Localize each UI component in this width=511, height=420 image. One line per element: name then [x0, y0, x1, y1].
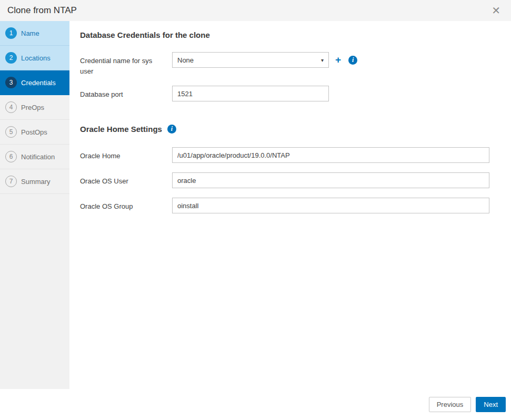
step-number-badge: 3 — [5, 77, 17, 88]
oracle-home-row: Oracle Home — [80, 147, 500, 163]
database-port-input[interactable] — [172, 86, 329, 101]
sidebar-item-credentials[interactable]: 3 Credentials — [0, 70, 69, 95]
dialog-body: 1 Name 2 Locations 3 Credentials 4 PreOp… — [0, 21, 511, 389]
add-credential-icon[interactable]: + — [335, 54, 341, 66]
sidebar-item-notification[interactable]: 6 Notification — [0, 145, 69, 169]
oracle-os-user-input[interactable] — [172, 172, 489, 188]
step-label: Notification — [21, 153, 55, 161]
step-number-badge: 4 — [5, 101, 17, 113]
oracle-home-section-title: Oracle Home Settings i — [80, 125, 500, 134]
oracle-os-user-row: Oracle OS User — [80, 172, 500, 188]
chevron-down-icon: ▾ — [321, 57, 324, 63]
oracle-home-info-icon[interactable]: i — [167, 125, 176, 134]
database-port-label: Database port — [80, 86, 172, 100]
credential-name-selected-value: None — [177, 56, 194, 64]
oracle-home-section-title-text: Oracle Home Settings — [80, 125, 162, 134]
database-port-row: Database port — [80, 86, 500, 101]
oracle-home-input[interactable] — [172, 147, 489, 163]
dialog-footer: Previous Next — [0, 389, 511, 420]
step-number-badge: 6 — [5, 151, 17, 162]
step-number-badge: 5 — [5, 126, 17, 138]
oracle-os-group-label: Oracle OS Group — [80, 198, 172, 212]
step-number-badge: 1 — [5, 27, 17, 39]
step-label: Name — [21, 29, 39, 37]
sidebar-item-postops[interactable]: 5 PostOps — [0, 120, 69, 145]
sidebar-item-name[interactable]: 1 Name — [0, 21, 69, 46]
oracle-os-group-row: Oracle OS Group — [80, 198, 500, 213]
credential-row-icons: + i — [335, 52, 357, 66]
close-icon[interactable]: ✕ — [489, 4, 503, 17]
step-label: Summary — [21, 178, 51, 186]
credential-name-label: Credential name for sys user — [80, 52, 172, 76]
oracle-os-user-label: Oracle OS User — [80, 172, 172, 187]
step-label: PreOps — [21, 104, 44, 111]
database-credentials-section-title: Database Credentials for the clone — [80, 30, 500, 39]
sidebar-item-preops[interactable]: 4 PreOps — [0, 95, 69, 120]
dialog-title: Clone from NTAP — [7, 5, 77, 16]
step-number-badge: 2 — [5, 52, 17, 64]
previous-button[interactable]: Previous — [429, 397, 472, 412]
credential-name-select[interactable]: None ▾ — [172, 52, 329, 68]
oracle-home-label: Oracle Home — [80, 147, 172, 161]
sidebar-item-summary[interactable]: 7 Summary — [0, 169, 69, 194]
sidebar-item-locations[interactable]: 2 Locations — [0, 46, 69, 70]
credential-name-row: Credential name for sys user None ▾ + i — [80, 52, 500, 76]
credential-info-icon[interactable]: i — [348, 56, 357, 65]
credentials-step-panel: Database Credentials for the clone Crede… — [69, 21, 511, 389]
dialog-header: Clone from NTAP ✕ — [0, 0, 511, 21]
step-number-badge: 7 — [5, 176, 17, 187]
step-label: Credentials — [21, 79, 56, 87]
oracle-os-group-input[interactable] — [172, 198, 489, 213]
wizard-step-sidebar: 1 Name 2 Locations 3 Credentials 4 PreOp… — [0, 21, 69, 389]
clone-wizard-dialog: Clone from NTAP ✕ 1 Name 2 Locations 3 C… — [0, 0, 511, 420]
next-button[interactable]: Next — [476, 397, 506, 412]
step-label: PostOps — [21, 128, 47, 136]
step-label: Locations — [21, 54, 51, 62]
